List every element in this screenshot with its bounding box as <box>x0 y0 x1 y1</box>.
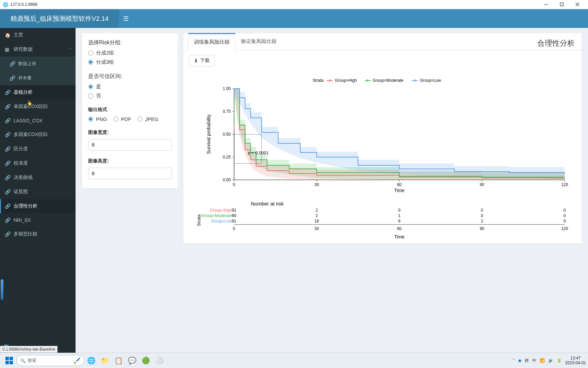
taskbar-search[interactable]: 🔍 搜索 🖌️ <box>16 355 84 366</box>
svg-text:1.00: 1.00 <box>223 86 231 91</box>
svg-text:2: 2 <box>315 213 318 218</box>
clock[interactable]: 13:47 2023-04-01 <box>565 356 586 366</box>
chevron-down-icon: ˅ <box>69 47 71 52</box>
task-app1[interactable]: 🟢 <box>139 354 152 367</box>
link-icon: 🔗 <box>5 160 11 166</box>
plot-panel: 训练集风险比较 验证集风险比较 合理性分析 ⬇ 下载 0.000.250.500… <box>183 33 582 244</box>
home-icon: 🏠 <box>5 32 11 38</box>
sidebar-item-label: 诺莫图 <box>14 189 28 195</box>
svg-text:Number at risk: Number at risk <box>251 201 284 206</box>
task-explorer[interactable]: 📁 <box>98 354 112 367</box>
sidebar-item-calibration[interactable]: 🔗校准度 <box>0 156 76 170</box>
sidebar-item-label: 多因素COX回归 <box>14 132 48 138</box>
main: 🏠 主页 ▦ 研究数据 ˅ 🔗 数据上传 🔗 样本量 🔗 基线分析 👆 🔗单因素… <box>0 28 588 368</box>
radio-ci-yes[interactable]: 是 <box>88 83 172 90</box>
sidebar-item-baseline[interactable]: 🔗 基线分析 👆 <box>0 85 76 99</box>
sidebar-item-nomogram[interactable]: 🔗诺莫图 <box>0 185 76 199</box>
radio-label: JPEG <box>145 116 159 122</box>
ci-label: 是否可信区间: <box>88 73 172 80</box>
battery-icon[interactable]: 🔋 <box>557 358 562 363</box>
tab-train[interactable]: 训练集风险比较 <box>188 33 235 50</box>
sidebar-item-label: 区分度 <box>14 146 28 152</box>
tray-app-icon[interactable]: ◆ <box>518 358 521 363</box>
radio-g3[interactable]: 分成3组 <box>88 59 172 65</box>
svg-text:0.50: 0.50 <box>223 132 231 137</box>
svg-text:90: 90 <box>480 182 485 187</box>
browser-titlebar: 🌐 127.0.0.1:8888 <box>0 0 588 9</box>
wifi-icon[interactable]: 📶 <box>540 358 545 363</box>
clock-date: 2023-04-01 <box>565 361 586 365</box>
sidebar-item-univariate-cox[interactable]: 🔗单因素COX回归 <box>0 99 76 114</box>
sidebar-submenu-research: 🔗 数据上传 🔗 样本量 <box>0 57 76 85</box>
svg-rect-73 <box>10 361 13 364</box>
risk-group-label: 选择Risk分组: <box>88 39 172 46</box>
task-app2[interactable]: ⚪ <box>152 354 166 367</box>
svg-text:1: 1 <box>398 213 401 218</box>
link-icon: 🔗 <box>5 175 11 180</box>
svg-text:Survival probability: Survival probability <box>206 114 211 154</box>
svg-text:Group=Moderate: Group=Moderate <box>201 213 232 218</box>
svg-text:2: 2 <box>315 208 318 213</box>
sidebar-item-sample[interactable]: 🔗 样本量 <box>0 71 76 85</box>
sidebar-item-lasso-cox[interactable]: 🔗LASSO_COX <box>0 114 76 127</box>
svg-text:60: 60 <box>397 226 402 231</box>
radio-label: 是 <box>96 83 101 90</box>
download-button[interactable]: ⬇ 下载 <box>189 55 215 66</box>
minimize-button[interactable] <box>538 0 554 9</box>
sidebar-item-rationality[interactable]: 🔗合理性分析 <box>0 199 76 213</box>
sidebar-item-research[interactable]: ▦ 研究数据 ˅ <box>0 42 76 57</box>
pinyin-icon[interactable]: 拼 <box>525 358 529 364</box>
radio-jpeg[interactable]: JPEG <box>137 116 159 122</box>
svg-rect-1 <box>560 3 564 6</box>
options-panel: 选择Risk分组: 分成2组 分成3组 是否可信区间: 是 否 输出格式 PNG… <box>82 33 178 188</box>
maximize-button[interactable] <box>554 0 570 9</box>
svg-text:Group=Moderate: Group=Moderate <box>373 78 404 83</box>
radio-g2[interactable]: 分成2组 <box>88 50 172 56</box>
height-input[interactable] <box>88 168 172 179</box>
sidebar-item-multimodel[interactable]: 🔗多模型比较 <box>0 227 76 241</box>
chevron-up-icon[interactable]: ˄ <box>513 358 515 363</box>
svg-text:0: 0 <box>564 208 566 213</box>
taskbar: 🔍 搜索 🖌️ 🌐 📁 📋 💬 🟢 ⚪ ˄ ◆ 拼 中 📶 🔊 🔋 13:47 … <box>0 353 588 368</box>
start-button[interactable] <box>2 354 16 367</box>
radio-ci-no[interactable]: 否 <box>88 93 172 99</box>
sidebar-item-label: NRI_IDI <box>14 217 31 223</box>
sidebar-item-home[interactable]: 🏠 主页 <box>0 28 76 42</box>
svg-text:0.75: 0.75 <box>223 109 231 114</box>
task-notepad[interactable]: 📋 <box>112 354 125 367</box>
svg-text:0: 0 <box>233 226 235 231</box>
svg-text:p < 0.0001: p < 0.0001 <box>248 150 268 155</box>
svg-text:2: 2 <box>481 219 483 224</box>
task-edge[interactable]: 🌐 <box>84 354 98 367</box>
svg-text:Strata: Strata <box>196 214 201 226</box>
link-icon: 🔗 <box>5 104 11 109</box>
sidebar-item-label: 主页 <box>14 32 23 38</box>
radio-pdf[interactable]: PDF <box>113 116 131 122</box>
sidebar-toggle[interactable]: ☰ <box>119 9 133 28</box>
svg-text:0: 0 <box>481 208 483 213</box>
width-input[interactable] <box>88 139 172 151</box>
radio-png[interactable]: PNG <box>88 116 107 122</box>
close-button[interactable] <box>570 0 585 9</box>
tab-row: 训练集风险比较 验证集风险比较 合理性分析 <box>183 33 582 50</box>
volume-icon[interactable]: 🔊 <box>548 358 553 363</box>
sidebar-item-label: 基线分析 <box>14 89 33 95</box>
sidebar-item-label: 合理性分析 <box>14 203 37 209</box>
ime-indicator[interactable]: 中 <box>532 358 536 364</box>
tab-valid[interactable]: 验证集风险比较 <box>235 33 282 49</box>
sidebar-item-multivariate-cox[interactable]: 🔗多因素COX回归 <box>0 127 76 142</box>
sidebar-item-discrimination[interactable]: 🔗区分度 <box>0 142 76 156</box>
svg-text:16: 16 <box>314 219 319 224</box>
sidebar-item-dca[interactable]: 🔗决策曲线 <box>0 170 76 185</box>
page-title: 合理性分析 <box>537 35 577 48</box>
sidebar: 🏠 主页 ▦ 研究数据 ˅ 🔗 数据上传 🔗 样本量 🔗 基线分析 👆 🔗单因素… <box>0 28 76 368</box>
svg-text:Time: Time <box>394 234 405 240</box>
task-wechat[interactable]: 💬 <box>125 354 139 367</box>
svg-text:Group=High: Group=High <box>335 78 357 83</box>
svg-text:120: 120 <box>561 226 568 231</box>
sidebar-item-nri-idi[interactable]: 🔗NRI_IDI <box>0 213 76 227</box>
sidebar-item-upload[interactable]: 🔗 数据上传 <box>0 57 76 71</box>
svg-text:0.25: 0.25 <box>223 155 231 159</box>
scroll-thumb[interactable] <box>1 279 3 300</box>
link-icon: 🔗 <box>5 231 11 237</box>
